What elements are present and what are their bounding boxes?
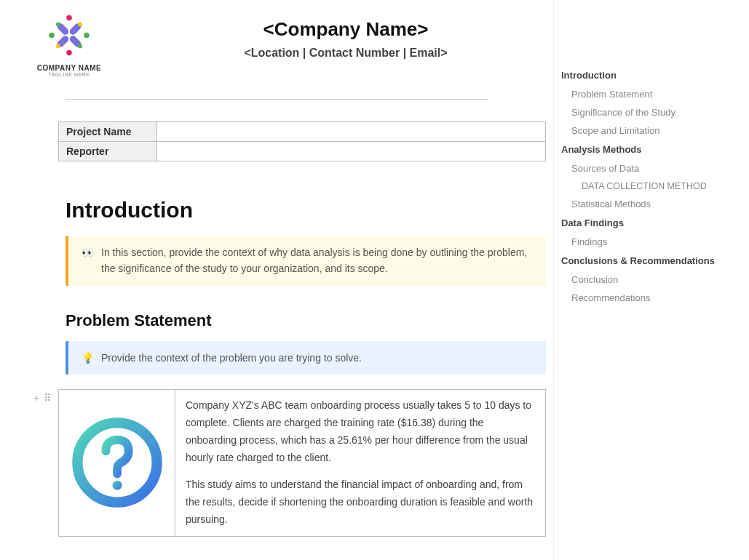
header-divider bbox=[66, 99, 488, 100]
reporter-label: Reporter bbox=[59, 142, 157, 161]
toc-item[interactable]: Introduction bbox=[561, 65, 728, 85]
question-mark-icon bbox=[70, 415, 165, 510]
add-block-button[interactable]: + bbox=[33, 392, 39, 537]
document-header: COMPANY NAME TAGLINE HERE <Company Name>… bbox=[0, 15, 553, 77]
toc-item[interactable]: DATA COLLECTION METHOD bbox=[561, 177, 728, 195]
svg-point-13 bbox=[112, 481, 122, 490]
svg-point-8 bbox=[78, 23, 82, 27]
title-block: <Company Name> <Location | Contact Numbe… bbox=[153, 15, 539, 60]
problem-callout-text: Provide the context of the problem you a… bbox=[101, 350, 362, 366]
svg-point-6 bbox=[66, 50, 72, 56]
svg-point-9 bbox=[78, 44, 82, 49]
introduction-heading[interactable]: Introduction bbox=[66, 198, 546, 223]
toc-item[interactable]: Statistical Methods bbox=[561, 195, 728, 213]
toc-item[interactable]: Recommendations bbox=[561, 289, 728, 307]
logo-company-name: COMPANY NAME bbox=[15, 64, 124, 72]
svg-point-10 bbox=[56, 44, 60, 49]
toc-item[interactable]: Data Findings bbox=[561, 213, 728, 233]
problem-para-1: Company XYZ's ABC team onboarding proces… bbox=[186, 397, 535, 466]
toc-item[interactable]: Conclusion bbox=[561, 271, 728, 289]
logo-tagline: TAGLINE HERE bbox=[15, 72, 124, 77]
eyes-icon: 👀 bbox=[82, 244, 94, 260]
intro-callout[interactable]: 👀 In this section, provide the context o… bbox=[66, 236, 546, 286]
introduction-section: Introduction 👀 In this section, provide … bbox=[0, 198, 553, 375]
page-title[interactable]: <Company Name> bbox=[153, 18, 539, 41]
problem-content-row: + ⠿ Company XYZ's ABC team bbox=[0, 389, 553, 537]
block-gutter: + ⠿ bbox=[29, 389, 58, 537]
page-subtitle[interactable]: <Location | Contact Number | Email> bbox=[153, 47, 539, 60]
toc-sidebar: IntroductionProblem StatementSignificanc… bbox=[553, 0, 735, 560]
toc-item[interactable]: Significance of the Study bbox=[561, 103, 728, 121]
svg-point-4 bbox=[66, 15, 72, 21]
logo-block: COMPANY NAME TAGLINE HERE bbox=[15, 15, 124, 77]
problem-content-box[interactable]: Company XYZ's ABC team onboarding proces… bbox=[58, 389, 546, 537]
toc-item[interactable]: Analysis Methods bbox=[561, 140, 728, 159]
intro-callout-text: In this section, provide the context of … bbox=[101, 244, 533, 277]
document-main: COMPANY NAME TAGLINE HERE <Company Name>… bbox=[0, 0, 553, 560]
problem-statement-heading[interactable]: Problem Statement bbox=[66, 311, 546, 330]
svg-point-11 bbox=[56, 23, 60, 27]
toc-item[interactable]: Sources of Data bbox=[561, 159, 728, 177]
toc-item[interactable]: Scope and Limitation bbox=[561, 121, 728, 140]
svg-point-5 bbox=[84, 33, 90, 39]
toc-item[interactable]: Conclusions & Recommendations bbox=[561, 251, 728, 271]
drag-handle-icon[interactable]: ⠿ bbox=[44, 392, 51, 537]
project-name-value[interactable] bbox=[157, 122, 546, 142]
question-icon-cell bbox=[59, 390, 175, 536]
reporter-value[interactable] bbox=[157, 142, 546, 161]
problem-text-cell[interactable]: Company XYZ's ABC team onboarding proces… bbox=[175, 390, 545, 536]
table-row: Reporter bbox=[59, 142, 546, 161]
project-name-label: Project Name bbox=[59, 122, 157, 142]
toc-item[interactable]: Findings bbox=[561, 233, 728, 251]
table-row: Project Name bbox=[59, 122, 546, 142]
problem-para-2: This study aims to understand the financ… bbox=[186, 476, 535, 528]
problem-callout[interactable]: 💡 Provide the context of the problem you… bbox=[66, 341, 546, 375]
svg-point-7 bbox=[49, 33, 55, 39]
company-logo-icon bbox=[40, 15, 98, 58]
meta-table: Project Name Reporter bbox=[58, 121, 546, 161]
bulb-icon: 💡 bbox=[82, 350, 94, 366]
toc-item[interactable]: Problem Statement bbox=[561, 85, 728, 103]
